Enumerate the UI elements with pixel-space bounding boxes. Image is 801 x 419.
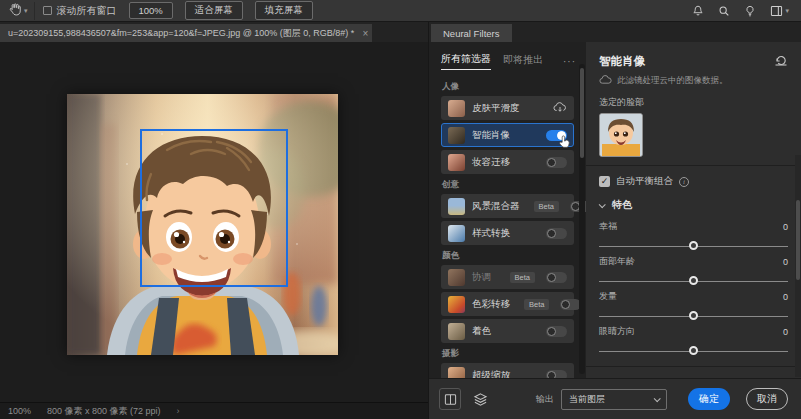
fill-screen-button[interactable]: 填充屏幕: [255, 1, 313, 20]
slider-knob[interactable]: [689, 311, 698, 320]
beta-badge: Beta: [524, 299, 549, 310]
output-select[interactable]: 当前图层: [561, 389, 667, 410]
filter-toggle[interactable]: [546, 370, 567, 379]
slider-track[interactable]: [599, 351, 788, 352]
slider-track[interactable]: [599, 246, 788, 247]
cancel-button[interactable]: 取消: [746, 388, 788, 410]
detail-scrollbar[interactable]: [795, 155, 801, 377]
zoom-100-button[interactable]: 100%: [129, 2, 173, 19]
filter-name: 协调: [472, 271, 491, 284]
filter-name: 皮肤平滑度: [472, 102, 520, 115]
filter-toggle[interactable]: [546, 326, 567, 337]
filter-row-colorize[interactable]: 着色: [441, 319, 574, 343]
filter-thumbnail: [448, 296, 465, 313]
slider-value: 0: [783, 292, 788, 302]
slider-eye-direction: 眼睛方向 0: [599, 325, 788, 352]
auto-balance-label: 自动平衡组合: [616, 175, 673, 188]
filter-thumbnail: [448, 269, 465, 286]
checkbox-checked-icon: ✓: [599, 176, 610, 187]
filter-row-skin-smoothing[interactable]: 皮肤平滑度: [441, 96, 574, 120]
neural-filters-panel: Neural Filters 所有筛选器 即将推出 ··· 人像 皮肤平滑度: [428, 22, 801, 419]
checkbox-box: [43, 6, 52, 15]
slider-knob[interactable]: [689, 276, 698, 285]
notifications-bell-icon[interactable]: [692, 5, 704, 17]
filter-toggle[interactable]: [546, 272, 567, 283]
status-bar: 100% 800 像素 x 800 像素 (72 ppi) ›: [0, 402, 428, 419]
filter-name: 超级缩放: [472, 369, 510, 379]
close-tab-icon[interactable]: ×: [362, 28, 368, 39]
filter-row-landscape-mixer[interactable]: 风景混合器 Beta: [441, 194, 574, 218]
filter-row-harmonization[interactable]: 协调 Beta: [441, 265, 574, 289]
section-photography: 摄影: [442, 348, 574, 360]
status-doc-size: 800 像素 x 800 像素 (72 ppi): [47, 405, 161, 418]
search-icon[interactable]: [718, 5, 730, 17]
filter-thumbnail: [448, 367, 465, 379]
output-label: 输出: [536, 393, 554, 406]
slider-happiness: 幸福 0: [599, 220, 788, 247]
document-tab[interactable]: u=202309155,988436507&fm=253&app=120&f=J…: [0, 24, 372, 42]
cloud-download-icon[interactable]: [553, 99, 567, 117]
info-icon[interactable]: i: [679, 177, 689, 187]
status-zoom-level[interactable]: 100%: [8, 406, 31, 416]
filter-name: 智能肖像: [472, 129, 510, 142]
slider-label: 幸福: [599, 220, 617, 233]
filter-row-color-transfer[interactable]: 色彩转移 Beta: [441, 292, 574, 316]
section-color: 颜色: [442, 250, 574, 262]
layers-preview-icon[interactable]: [469, 388, 491, 410]
selected-face-thumbnail[interactable]: [599, 113, 643, 157]
tab-coming-soon[interactable]: 即将推出: [503, 53, 543, 70]
filter-row-makeup-transfer[interactable]: 妆容迁移: [441, 150, 574, 174]
filter-thumbnail: [448, 154, 465, 171]
discover-lightbulb-icon[interactable]: [744, 5, 756, 17]
filter-name: 着色: [472, 325, 491, 338]
filter-toggle[interactable]: [546, 157, 567, 168]
slider-track[interactable]: [599, 281, 788, 282]
tool-dropdown-caret[interactable]: ▾: [24, 7, 28, 15]
filter-row-style-transfer[interactable]: 样式转换: [441, 221, 574, 245]
cloud-icon: [599, 75, 612, 87]
panel-tab-bar: Neural Filters: [429, 22, 801, 42]
workspace-switcher-icon[interactable]: ▾: [770, 5, 789, 17]
tab-all-filters[interactable]: 所有筛选器: [441, 52, 491, 70]
preview-split-icon[interactable]: [439, 388, 461, 410]
canvas-area[interactable]: [0, 42, 428, 402]
panel-bottom-bar: 输出 当前图层 确定 取消: [429, 378, 801, 419]
options-bar: ▾ 滚动所有窗口 100% 适合屏幕 填充屏幕 ▾: [0, 0, 801, 22]
filter-name: 风景混合器: [472, 200, 520, 213]
scroll-all-windows-checkbox[interactable]: 滚动所有窗口: [43, 4, 117, 18]
slider-knob[interactable]: [689, 346, 698, 355]
filter-thumbnail: [448, 100, 465, 117]
fit-screen-button[interactable]: 适合屏幕: [185, 1, 243, 20]
hand-tool-icon[interactable]: [8, 2, 21, 20]
beta-badge: Beta: [510, 272, 535, 283]
slider-value: 0: [783, 222, 788, 232]
status-chevron-icon[interactable]: ›: [177, 406, 180, 416]
filter-thumbnail: [448, 127, 465, 144]
filter-row-super-zoom[interactable]: 超级缩放: [441, 363, 574, 378]
reset-filter-icon[interactable]: [774, 52, 788, 70]
output-selected-value: 当前图层: [569, 393, 605, 406]
filter-row-smart-portrait[interactable]: 智能肖像: [441, 123, 574, 147]
filter-thumbnail: [448, 225, 465, 242]
filter-name: 样式转换: [472, 227, 510, 240]
filter-thumbnail: [448, 198, 465, 215]
slider-track[interactable]: [599, 316, 788, 317]
filter-toggle[interactable]: [546, 228, 567, 239]
face-detection-box: [140, 129, 288, 287]
section-featured-header[interactable]: 特色: [599, 198, 788, 212]
section-portrait: 人像: [442, 81, 574, 93]
selected-face-label: 选定的脸部: [599, 96, 788, 109]
ok-button[interactable]: 确定: [688, 388, 730, 410]
auto-balance-checkbox[interactable]: ✓ 自动平衡组合 i: [599, 175, 788, 188]
filter-name: 色彩转移: [472, 298, 510, 311]
slider-label: 面部年龄: [599, 255, 635, 268]
scroll-all-windows-label: 滚动所有窗口: [57, 4, 117, 18]
neural-filters-tab[interactable]: Neural Filters: [431, 24, 512, 42]
slider-knob[interactable]: [689, 241, 698, 250]
filter-list-scrollbar[interactable]: [579, 64, 585, 374]
slider-facial-age: 面部年龄 0: [599, 255, 788, 282]
beta-badge: Beta: [534, 201, 559, 212]
more-options-icon[interactable]: ···: [563, 56, 576, 67]
section-creative: 创意: [442, 179, 574, 191]
filter-thumbnail: [448, 323, 465, 340]
